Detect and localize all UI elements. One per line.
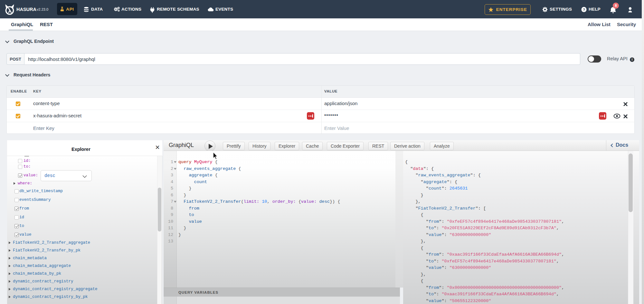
svg-text:?: ? <box>583 8 585 12</box>
